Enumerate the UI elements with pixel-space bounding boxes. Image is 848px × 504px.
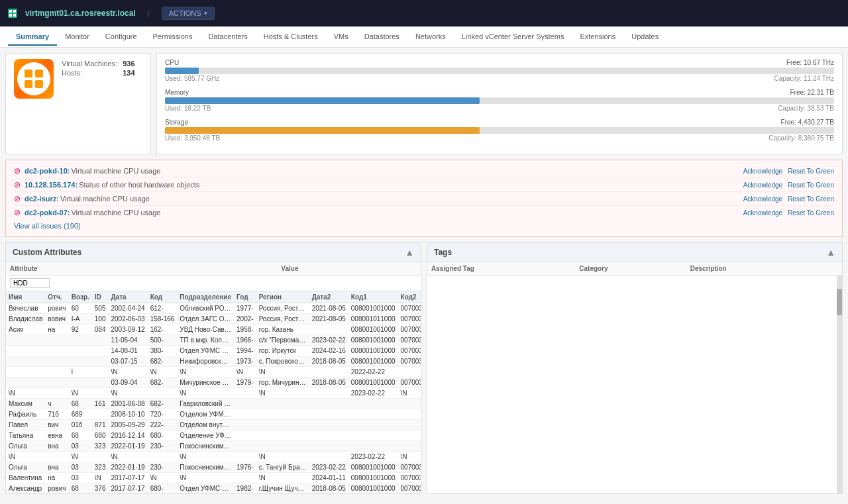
table-row[interactable]: ВладиславвовичI-А1002002-06-03158-166Отд… bbox=[6, 314, 421, 325]
table-row[interactable]: \N\N\N\N\N2023-02-22\N007002001000\N bbox=[6, 388, 421, 399]
custom-attributes-header: Custom Attributes ▲ bbox=[6, 243, 421, 262]
col-value-header: Value bbox=[281, 265, 417, 272]
table-row[interactable]: Максимч681612001-06-08682-Гавриловский Р… bbox=[6, 399, 421, 409]
alert-text-2: Virtual machine CPU usage bbox=[60, 195, 743, 203]
actions-caret-icon: ▾ bbox=[204, 10, 207, 17]
table-cell bbox=[309, 367, 348, 378]
acknowledge-link-1[interactable]: Acknowledge bbox=[743, 181, 782, 189]
table-cell: \N bbox=[256, 452, 309, 462]
table-cell: 008001001000 bbox=[348, 346, 398, 356]
tab-networks[interactable]: Networks bbox=[407, 28, 454, 46]
tags-table-container[interactable] bbox=[427, 276, 842, 493]
alert-link-1[interactable]: 10.128.156.174: bbox=[25, 181, 78, 189]
table-cell: 03 bbox=[69, 473, 92, 483]
memory-free: Free: 22.31 TB bbox=[790, 89, 834, 96]
table-cell: 03-09-04 bbox=[108, 378, 147, 388]
table-row[interactable]: Рафаиль71б6892008-10-10720-Отделом УФМС … bbox=[6, 409, 421, 420]
table-cell: I-А bbox=[69, 314, 92, 325]
alert-icon-0: ⊘ bbox=[14, 166, 25, 176]
table-cell: Россия, Ростовская обла bbox=[256, 303, 309, 314]
table-row[interactable]: Валентинана03\N2017-07-17\N\N\N2024-01-1… bbox=[6, 473, 421, 483]
reset-link-1[interactable]: Reset To Green bbox=[788, 181, 834, 189]
table-row[interactable]: 11-05-04500-ТП в мкр. Кольч010-9561966-с… bbox=[6, 335, 421, 346]
tab-datacenters[interactable]: Datacenters bbox=[200, 28, 255, 46]
table-cell: 2002-06-03 bbox=[108, 314, 147, 325]
tab-datastores[interactable]: Datastores bbox=[356, 28, 407, 46]
table-row[interactable]: 03-09-04682-Мичуринское ГУВ061-3631979-г… bbox=[6, 378, 421, 388]
table-cell: на bbox=[45, 325, 69, 335]
tab-linked-vcenter[interactable]: Linked vCenter Server Systems bbox=[454, 28, 572, 46]
table-cell: 14-08-01 bbox=[108, 346, 147, 356]
reset-link-3[interactable]: Reset To Green bbox=[788, 209, 834, 217]
tab-monitor[interactable]: Monitor bbox=[57, 28, 97, 46]
cpu-bar-bg bbox=[165, 68, 834, 74]
table-cell: Гавриловский РО061-363 bbox=[177, 399, 234, 409]
tab-summary[interactable]: Summary bbox=[8, 28, 57, 46]
table-row[interactable]: Татьянаевна686802016-12-14680-Отделение … bbox=[6, 430, 421, 441]
table-cell: 03 bbox=[69, 441, 92, 452]
storage-resource: Storage Free: 4,430.27 TB Used: 3,950.48… bbox=[165, 119, 834, 142]
svg-rect-7 bbox=[35, 80, 43, 88]
tab-vms[interactable]: VMs bbox=[326, 28, 356, 46]
table-cell: с/х "Первомайский" Ряжс bbox=[256, 335, 309, 346]
table-row[interactable]: Ольгавна033232022-01-19230-Покоснинским … bbox=[6, 441, 421, 452]
table-row[interactable]: Александррович683762017-07-17680-Отдел У… bbox=[6, 483, 421, 494]
reset-link-0[interactable]: Reset To Green bbox=[788, 168, 834, 175]
table-cell: 2022-01-19 bbox=[108, 441, 147, 452]
table-row[interactable]: Вячеславрович605052002-04-24612-Обливски… bbox=[6, 303, 421, 314]
table-cell bbox=[309, 388, 348, 399]
alert-link-3[interactable]: dc2-pokd-07: bbox=[25, 209, 70, 217]
tags-collapse-icon[interactable]: ▲ bbox=[826, 247, 835, 258]
tab-updates[interactable]: Updates bbox=[623, 28, 666, 46]
table-cell: 682- bbox=[148, 378, 178, 388]
table-cell: 2018-08-05 bbox=[309, 378, 348, 388]
table-row[interactable]: Павелвич01б8712005-09-29222-Отделом внут… bbox=[6, 420, 421, 430]
custom-attributes-filter-row bbox=[6, 276, 421, 291]
alert-icon-1: ⊘ bbox=[14, 180, 25, 189]
table-cell bbox=[309, 399, 348, 409]
table-cell bbox=[398, 420, 421, 430]
table-row[interactable]: l\N\N\N\N\N2022-02-22007001003001\N bbox=[6, 367, 421, 378]
tab-extensions[interactable]: Extensions bbox=[572, 28, 623, 46]
table-cell: l bbox=[69, 367, 92, 378]
view-all-issues-link[interactable]: View all issues (190) bbox=[14, 219, 81, 232]
table-cell: 007003001000 bbox=[398, 462, 421, 473]
table-row[interactable]: \N\N\N\N\N2023-02-22\N007004009999\N bbox=[6, 452, 421, 462]
table-row[interactable]: Асияна920842003-09-12162-УВД Ново-Савино… bbox=[6, 325, 421, 335]
table-row[interactable]: 03-07-15682-Никифоровский Р036-2651973-с… bbox=[6, 356, 421, 367]
table-cell: 1958- bbox=[234, 325, 256, 335]
acknowledge-link-0[interactable]: Acknowledge bbox=[743, 168, 782, 175]
acknowledge-link-3[interactable]: Acknowledge bbox=[743, 209, 782, 217]
custom-attributes-collapse-icon[interactable]: ▲ bbox=[405, 247, 414, 258]
table-cell bbox=[234, 420, 256, 430]
table-cell bbox=[256, 420, 309, 430]
acknowledge-link-2[interactable]: Acknowledge bbox=[743, 195, 782, 203]
table-cell: 2017-07-17 bbox=[108, 473, 147, 483]
tab-configure[interactable]: Configure bbox=[97, 28, 145, 46]
table-cell bbox=[309, 430, 348, 441]
table-cell: Отделом внутрен105-742 bbox=[177, 420, 234, 430]
table-cell: 2002-04-24 bbox=[108, 303, 147, 314]
svg-rect-3 bbox=[13, 14, 16, 17]
alert-link-0[interactable]: dc2-pokd-10: bbox=[25, 167, 70, 175]
table-cell: 2024-02-16 bbox=[309, 346, 348, 356]
svg-rect-2 bbox=[9, 14, 12, 17]
table-cell bbox=[92, 356, 109, 367]
tab-hosts-clusters[interactable]: Hosts & Clusters bbox=[256, 28, 326, 46]
table-cell: \N bbox=[177, 367, 234, 378]
custom-attributes-filter-input[interactable] bbox=[10, 278, 50, 288]
custom-attributes-table-container[interactable]: Имя Отч. Возр. ID Дата Код Подразделение… bbox=[6, 291, 421, 493]
actions-button[interactable]: ACTIONS ▾ bbox=[162, 7, 215, 20]
alert-link-2[interactable]: dc2-isurz: bbox=[25, 195, 59, 203]
tab-permissions[interactable]: Permissions bbox=[145, 28, 201, 46]
table-cell: Покоснинским по134-603 bbox=[177, 462, 234, 473]
reset-link-2[interactable]: Reset To Green bbox=[788, 195, 834, 203]
table-cell: г.Щучин Щучинского р-на bbox=[256, 483, 309, 494]
table-cell: 1966- bbox=[234, 335, 256, 346]
table-cell bbox=[92, 452, 109, 462]
table-cell: 158-166 bbox=[148, 314, 178, 325]
table-cell: Отдел УФМС Росс069-533 bbox=[177, 483, 234, 494]
table-cell: 2022-01-19 bbox=[108, 462, 147, 473]
table-row[interactable]: 14-08-01380-Отдел УФМС Росс159-1271994-г… bbox=[6, 346, 421, 356]
table-row[interactable]: Ольгавна033232022-01-19230-Покоснинским … bbox=[6, 462, 421, 473]
